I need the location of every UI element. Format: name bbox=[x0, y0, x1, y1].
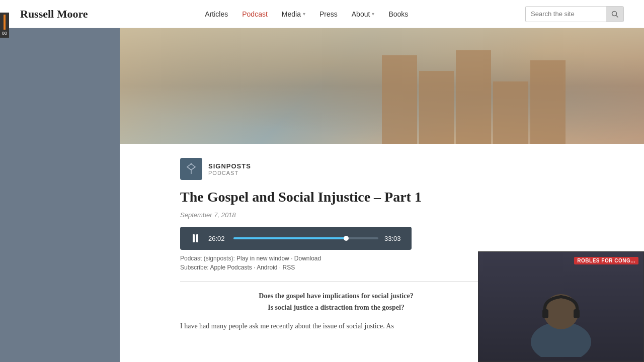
divider bbox=[180, 281, 492, 282]
article-date: September 7, 2018 bbox=[180, 211, 492, 219]
nav-articles[interactable]: Articles bbox=[205, 10, 228, 18]
podcast-label-text: SIGNPOSTS PODCAST bbox=[208, 162, 251, 176]
podcast-label: SIGNPOSTS PODCAST bbox=[180, 158, 492, 180]
podcast-sub: PODCAST bbox=[208, 170, 251, 176]
header: Russell Moore Articles Podcast Media ▾ P… bbox=[0, 0, 644, 28]
content-area: 🐦 TWEET f SHARE bbox=[120, 28, 644, 362]
person-silhouette bbox=[511, 256, 611, 357]
video-badge: ROBLES FOR CONG... bbox=[574, 257, 638, 264]
article-body: I have had many people ask me recently a… bbox=[180, 320, 492, 332]
svg-rect-5 bbox=[542, 309, 548, 318]
nav-podcast[interactable]: Podcast bbox=[242, 10, 268, 18]
side-indicator: 80 bbox=[0, 13, 9, 38]
current-time: 26:02 bbox=[208, 235, 227, 242]
building-1 bbox=[382, 55, 417, 144]
nav-books[interactable]: Books bbox=[388, 10, 408, 18]
android-link[interactable]: Android bbox=[257, 264, 277, 271]
main-nav: Articles Podcast Media ▾ Press About ▾ B… bbox=[205, 10, 408, 18]
play-in-new-window-link[interactable]: Play in new window bbox=[236, 255, 289, 262]
video-person bbox=[478, 252, 643, 361]
podcast-icon bbox=[180, 158, 202, 180]
site-title[interactable]: Russell Moore bbox=[20, 8, 88, 21]
pause-icon bbox=[193, 234, 198, 242]
svg-rect-6 bbox=[574, 309, 580, 318]
pause-button[interactable] bbox=[188, 231, 202, 245]
hero-buildings bbox=[382, 40, 566, 144]
signposts-icon bbox=[184, 162, 198, 176]
podcast-links: Podcast (signposts): Play in new window … bbox=[180, 255, 492, 262]
svg-point-2 bbox=[191, 163, 192, 165]
progress-fill bbox=[233, 237, 347, 239]
podcast-subscribe: Subscribe: Apple Podcasts · Android · RS… bbox=[180, 264, 492, 271]
building-3 bbox=[456, 50, 491, 144]
article-content: SIGNPOSTS PODCAST The Gospel and Social … bbox=[160, 144, 512, 342]
building-4 bbox=[493, 81, 528, 144]
svg-line-1 bbox=[616, 15, 618, 17]
hero-image bbox=[120, 28, 644, 144]
chevron-down-icon: ▾ bbox=[303, 11, 305, 17]
building-5 bbox=[530, 60, 566, 144]
video-inner: ROBLES FOR CONG... bbox=[478, 252, 643, 361]
rss-link[interactable]: RSS bbox=[283, 264, 295, 271]
building-2 bbox=[419, 71, 454, 144]
main-wrapper: 🐦 TWEET f SHARE bbox=[0, 28, 644, 362]
search-button[interactable] bbox=[606, 7, 623, 22]
search-icon bbox=[611, 11, 618, 18]
nav-about[interactable]: About ▾ bbox=[352, 10, 375, 18]
nav-press[interactable]: Press bbox=[319, 10, 338, 18]
chevron-down-icon-about: ▾ bbox=[372, 11, 374, 17]
apple-podcasts-link[interactable]: Apple Podcasts bbox=[210, 264, 252, 271]
total-time: 33:03 bbox=[384, 235, 404, 242]
article-summary: Does the gospel have implications for so… bbox=[180, 291, 492, 313]
download-link[interactable]: Download bbox=[294, 255, 321, 262]
search-input[interactable] bbox=[526, 10, 606, 18]
nav-media[interactable]: Media ▾ bbox=[282, 10, 305, 18]
progress-track[interactable] bbox=[233, 237, 378, 239]
progress-thumb bbox=[344, 236, 349, 241]
article-title: The Gospel and Social Injustice – Part 1 bbox=[180, 188, 492, 206]
indicator-bar bbox=[4, 15, 6, 30]
left-sidebar bbox=[0, 28, 120, 362]
audio-player: 26:02 33:03 bbox=[180, 227, 412, 250]
podcast-name: SIGNPOSTS bbox=[208, 162, 251, 170]
indicator-number: 80 bbox=[2, 31, 7, 36]
video-overlay: ROBLES FOR CONG... bbox=[478, 251, 644, 362]
search-bar bbox=[525, 6, 624, 22]
